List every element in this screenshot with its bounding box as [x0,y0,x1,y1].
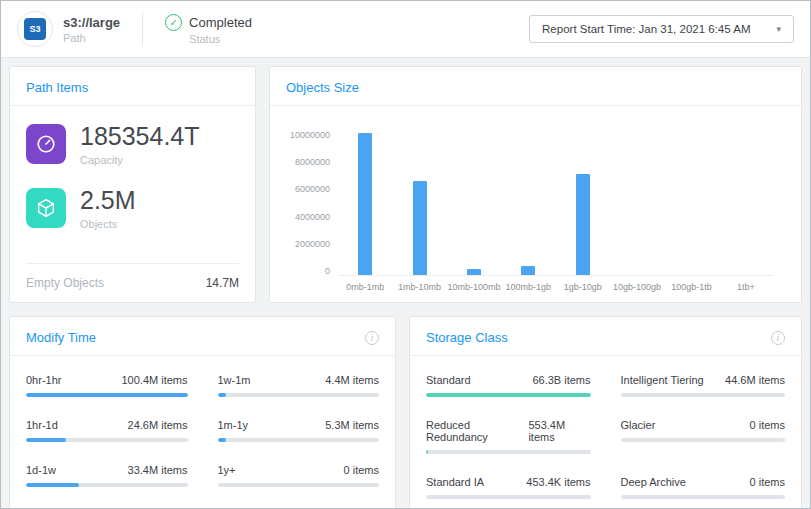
x-tick-label: 10gb-100gb [610,282,664,292]
s3-icon-label: S3 [24,18,46,40]
x-tick-label: 1tb+ [719,282,773,292]
progress-label: Intelligent Tiering [621,374,704,386]
progress-track [621,438,786,442]
divider [142,13,143,45]
progress-fill [26,393,188,397]
chevron-down-icon: ▾ [776,24,781,34]
chart-bars [338,130,773,276]
progress-label: 1m-1y [218,419,249,431]
progress-value: 0 items [344,464,379,476]
x-tick-label: 1mb-10mb [392,282,446,292]
progress-item: Glacier0 items [621,419,786,454]
progress-item: 1hr-1d24.6M items [26,419,188,442]
progress-value: 24.6M items [128,419,188,431]
objects-metric: 2.5M Objects [26,186,239,230]
bar-column [664,130,718,275]
objects-label: Objects [80,218,136,230]
x-tick-label: 100gb-1tb [664,282,718,292]
y-tick-label: 4000000 [295,212,330,222]
progress-item: Deep Archive0 items [621,476,786,499]
progress-value: 33.4M items [128,464,188,476]
completed-check-icon: ✓ [165,14,182,31]
y-tick-label: 8000000 [295,157,330,167]
objects-size-card: Objects Size 100000008000000600000040000… [269,66,802,303]
progress-track [426,393,591,397]
progress-track [218,483,380,487]
progress-item: 0hr-1hr100.4M items [26,374,188,397]
capacity-label: Capacity [80,154,200,166]
empty-objects-value: 14.7M [206,276,239,290]
bar [521,266,535,275]
y-tick-label: 10000000 [290,130,330,140]
path-items-title: Path Items [26,80,88,95]
x-tick-label: 100mb-1gb [501,282,555,292]
progress-label: 1hr-1d [26,419,58,431]
progress-track [26,483,188,487]
path-label: Path [63,32,120,44]
status-label: Status [189,33,252,45]
progress-value: 553.4M items [528,419,590,443]
info-icon[interactable]: i [365,331,379,345]
status-info: ✓ Completed Status [165,14,252,45]
progress-value: 0 items [750,419,785,431]
bar-column [338,130,392,275]
progress-fill [218,438,226,442]
status-value: Completed [189,15,252,30]
cube-icon [26,188,66,228]
storage-class-grid: Standard66.3B itemsReduced Redundancy553… [410,356,801,508]
progress-label: Standard [426,374,471,386]
x-tick-label: 0mb-1mb [338,282,392,292]
s3-icon: S3 [17,11,53,47]
progress-item: 1d-1w33.4M items [26,464,188,487]
capacity-value: 185354.4T [80,122,200,151]
progress-value: 4.4M items [325,374,379,386]
progress-value: 66.3B items [532,374,590,386]
modify-time-card: Modify Time i 0hr-1hr100.4M items1hr-1d2… [9,316,396,508]
objects-size-chart: 1000000080000006000000400000020000000 0m… [270,106,801,302]
info-icon[interactable]: i [771,331,785,345]
storage-class-title: Storage Class [426,330,508,345]
x-tick-label: 1gb-10gb [556,282,610,292]
modify-time-title: Modify Time [26,330,96,345]
x-tick-label: 10mb-100mb [447,282,501,292]
progress-fill [218,393,226,397]
main-content: Path Items 185354.4T Capacity [1,58,810,508]
bar [413,181,427,275]
bar [576,174,590,276]
progress-value: 453.4K items [526,476,590,488]
report-start-time-dropdown[interactable]: Report Start Time: Jan 31, 2021 6:45 AM … [529,15,794,43]
objects-value: 2.5M [80,186,136,215]
chart-x-labels: 0mb-1mb1mb-10mb10mb-100mb100mb-1gb1gb-10… [338,282,773,292]
empty-objects-label: Empty Objects [26,276,104,290]
progress-value: 0 items [750,476,785,488]
bar-column [719,130,773,275]
progress-fill [26,438,66,442]
top-bar: S3 s3://large Path ✓ Completed Status Re… [1,1,810,58]
progress-label: Glacier [621,419,656,431]
progress-track [426,495,591,499]
progress-label: Deep Archive [621,476,686,488]
bar [467,269,481,275]
progress-value: 5.3M items [325,419,379,431]
progress-label: Reduced Redundancy [426,419,528,443]
gauge-icon [26,124,66,164]
path-info: S3 s3://large Path [17,11,120,47]
capacity-metric: 185354.4T Capacity [26,122,239,166]
progress-track [621,495,786,499]
progress-label: 1d-1w [26,464,56,476]
progress-label: Standard IA [426,476,484,488]
progress-fill [426,450,428,454]
progress-item: Standard IA453.4K items [426,476,591,499]
progress-label: 0hr-1hr [26,374,61,386]
progress-track [218,393,380,397]
progress-value: 44.6M items [725,374,785,386]
progress-fill [426,393,591,397]
bar-column [392,130,446,275]
progress-track [26,393,188,397]
progress-track [426,450,591,454]
progress-label: 1w-1m [218,374,251,386]
bar-column [610,130,664,275]
bar-column [501,130,555,275]
progress-item: 1y+0 items [218,464,380,487]
progress-track [218,438,380,442]
